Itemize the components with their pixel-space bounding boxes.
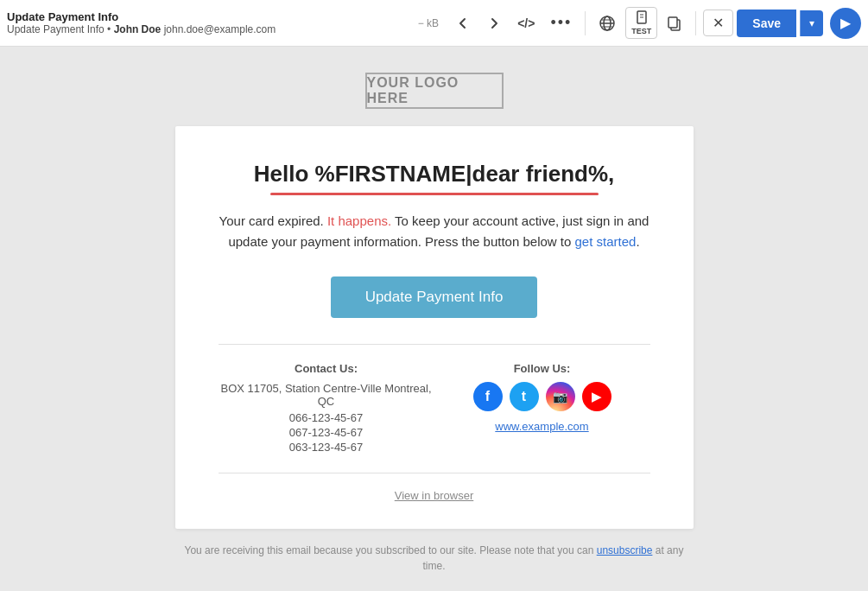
save-chevron-button[interactable]: ▾ (800, 10, 823, 36)
instagram-icon[interactable]: 📷 (546, 382, 575, 411)
toolbar-info: Update Payment Info Update Payment Info … (7, 10, 276, 35)
logo-placeholder: YOUR LOGO HERE (365, 73, 504, 109)
email-card: Hello %FIRSTNAME|dear friend%, Your card… (175, 126, 694, 529)
subtitle-email: john.doe@example.com (164, 23, 276, 35)
copy-icon (667, 16, 682, 31)
forward-icon (486, 16, 502, 31)
contact-phone2: 067-123-45-67 (219, 426, 434, 439)
subtitle-user: John Doe (114, 23, 162, 35)
logo-text: YOUR LOGO HERE (367, 75, 502, 106)
footer-post-text: at any (656, 544, 684, 556)
subtitle-bullet: • (107, 23, 111, 35)
contact-title: Contact Us: (219, 362, 434, 375)
body-link: get started (571, 234, 636, 249)
test-icon (635, 10, 649, 27)
follow-column: Follow Us: f t 📷 ▶ www.example.com (434, 362, 650, 455)
body-period: . (636, 234, 639, 249)
greeting-text: Hello %FIRSTNAME|dear friend%, (219, 161, 650, 187)
toolbar-divider-1 (585, 11, 586, 35)
body-post: To keep your account active, just sign i… (391, 213, 649, 228)
test-label: TEST (631, 27, 651, 35)
view-in-browser: View in browser (219, 487, 650, 503)
chevron-down-icon: ▾ (809, 17, 814, 29)
card-divider-bottom (219, 473, 650, 473)
toolbar-subtitle: Update Payment Info • John Doe john.doe@… (7, 23, 276, 35)
card-divider-top (219, 344, 650, 345)
subtitle-name: Update Payment Info (7, 23, 105, 35)
follow-title: Follow Us: (434, 362, 650, 375)
below-card-footer: You are receiving this email because you… (175, 543, 694, 574)
footer-section: Contact Us: BOX 11705, Station Centre-Vi… (219, 362, 650, 455)
youtube-icon[interactable]: ▶ (582, 382, 611, 411)
close-icon: ✕ (713, 16, 724, 30)
toolbar: Update Payment Info Update Payment Info … (0, 0, 868, 47)
contact-phone1: 066-123-45-67 (219, 411, 434, 424)
test-button[interactable]: TEST (625, 7, 657, 39)
play-icon: ▶ (840, 15, 851, 31)
body-text: Your card expired. It happens. To keep y… (219, 211, 650, 252)
back-icon (455, 16, 471, 31)
back-button[interactable] (449, 11, 477, 35)
forward-button[interactable] (480, 11, 508, 35)
footer-pre-text: You are receiving this email because you… (185, 544, 594, 556)
code-icon: </> (517, 16, 535, 30)
toolbar-title: Update Payment Info (7, 10, 276, 23)
copy-button[interactable] (661, 11, 688, 35)
facebook-icon[interactable]: f (473, 382, 503, 411)
body-pre: Your card expired. (219, 213, 324, 228)
contact-address: BOX 11705, Station Centre-Ville Montreal… (219, 382, 434, 408)
more-button[interactable]: ••• (544, 10, 578, 36)
view-browser-link[interactable]: View in browser (395, 489, 474, 502)
contact-phone3: 063-123-45-67 (219, 441, 434, 454)
website-link[interactable]: www.example.com (495, 420, 588, 433)
body-highlight: It happens. (324, 213, 391, 228)
twitter-icon[interactable]: t (510, 382, 539, 411)
footer-line2: time. (422, 560, 445, 572)
greeting-wrapper: Hello %FIRSTNAME|dear friend%, (219, 161, 650, 195)
youtube-symbol: ▶ (592, 390, 601, 404)
twitter-letter: t (522, 389, 526, 404)
play-button[interactable]: ▶ (830, 8, 861, 39)
main-area: YOUR LOGO HERE Hello %FIRSTNAME|dear fri… (0, 47, 868, 591)
toolbar-divider-2 (695, 11, 696, 35)
code-button[interactable]: </> (511, 12, 541, 35)
body-line2-pre: update your payment information. Press t… (228, 234, 571, 249)
save-button[interactable]: Save (737, 10, 796, 37)
more-icon: ••• (550, 14, 572, 32)
close-button[interactable]: ✕ (703, 10, 733, 36)
social-icons: f t 📷 ▶ (434, 382, 650, 411)
greeting-underline (270, 193, 599, 195)
file-size: − kB (418, 17, 439, 29)
unsubscribe-link[interactable]: unsubscribe (597, 544, 653, 556)
facebook-letter: f (485, 389, 490, 404)
update-payment-button[interactable]: Update Payment Info (331, 276, 538, 318)
contact-column: Contact Us: BOX 11705, Station Centre-Vi… (219, 362, 434, 455)
instagram-symbol: 📷 (553, 390, 567, 404)
svg-rect-9 (668, 17, 677, 28)
globe-button[interactable] (592, 10, 622, 36)
globe-icon (599, 15, 616, 32)
